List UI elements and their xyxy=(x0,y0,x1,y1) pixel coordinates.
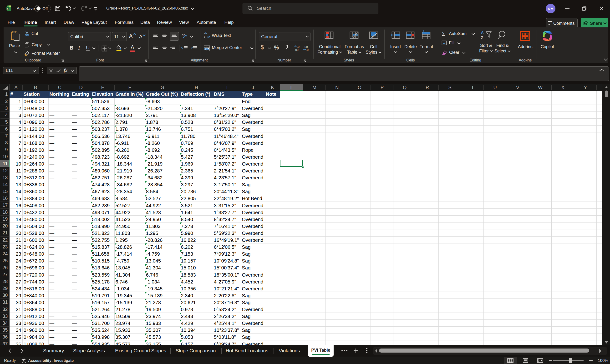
svg-text:.0: .0 xyxy=(297,45,299,49)
svg-text:.0: .0 xyxy=(306,48,309,52)
svg-text:ab: ab xyxy=(204,32,207,35)
svg-text:c: c xyxy=(204,35,205,38)
svg-text:ab: ab xyxy=(182,33,185,37)
svg-text:.00: .00 xyxy=(304,45,308,49)
svg-text:.00: .00 xyxy=(295,48,299,52)
svg-text:x: x xyxy=(7,7,9,11)
svg-text:Z: Z xyxy=(481,36,483,40)
svg-text:A: A xyxy=(481,30,484,35)
